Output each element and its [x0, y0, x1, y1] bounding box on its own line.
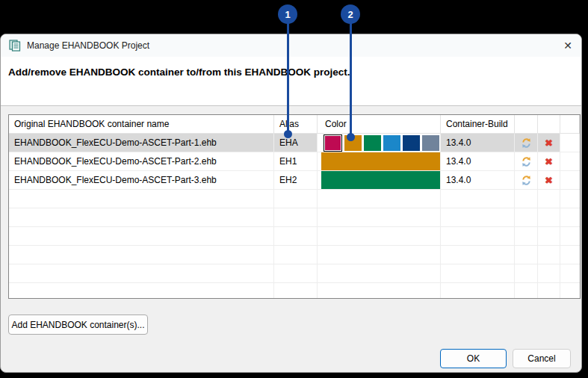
empty-row	[9, 190, 580, 208]
color-palette	[318, 134, 440, 152]
empty-row	[9, 283, 580, 299]
dialog-title: Manage EHANDBOOK Project	[27, 40, 149, 51]
header-filler	[560, 115, 580, 133]
empty-row	[9, 264, 580, 283]
container-build-cell: 13.4.0	[441, 134, 515, 152]
header-color[interactable]: Color	[318, 115, 441, 133]
callout-1-line	[287, 22, 289, 133]
sync-cell[interactable]	[515, 134, 538, 152]
color-picker-cell[interactable]	[318, 134, 441, 152]
row-filler	[560, 134, 580, 152]
container-color-bar[interactable]	[321, 171, 440, 189]
empty-row	[9, 246, 580, 264]
dialog-titlebar[interactable]: Manage EHANDBOOK Project ✕	[1, 34, 581, 57]
container-name-cell[interactable]: EHANDBOOK_FlexECU-Demo-ASCET-Part-1.ehb	[9, 134, 274, 152]
header-container-name[interactable]: Original EHANDBOOK container name	[9, 115, 274, 133]
row-filler	[560, 152, 580, 170]
container-name-cell[interactable]: EHANDBOOK_FlexECU-Demo-ASCET-Part-2.ehb	[9, 152, 274, 170]
container-build-cell: 13.4.0	[441, 171, 515, 189]
color-swatch[interactable]	[364, 135, 381, 151]
manage-ehandbook-project-dialog: Manage EHANDBOOK Project ✕ Add/remove EH…	[0, 34, 582, 373]
sync-cell[interactable]	[515, 171, 538, 189]
container-table: Original EHANDBOOK container name Alias …	[8, 114, 581, 299]
alias-cell[interactable]: EH1	[274, 152, 318, 170]
delete-cell[interactable]: ✖	[538, 134, 560, 152]
empty-row	[9, 208, 580, 227]
add-container-button[interactable]: Add EHANDBOOK container(s)...	[8, 315, 148, 335]
delete-container-icon[interactable]: ✖	[545, 175, 553, 186]
header-sync-spacer	[515, 115, 538, 133]
row-filler	[560, 171, 580, 189]
container-name-cell[interactable]: EHANDBOOK_FlexECU-Demo-ASCET-Part-3.ehb	[9, 171, 274, 189]
table-header-row: Original EHANDBOOK container name Alias …	[9, 115, 580, 134]
container-build-cell: 13.4.0	[441, 152, 515, 170]
color-swatch	[325, 136, 341, 150]
callout-2-line	[350, 22, 352, 136]
instruction-text: Add/remove EHANDBOOK container to/from t…	[8, 66, 574, 78]
replace-container-icon[interactable]	[521, 156, 532, 167]
table-row-part-3[interactable]: EHANDBOOK_FlexECU-Demo-ASCET-Part-3.ehb …	[9, 171, 580, 190]
table-row-part-1[interactable]: EHANDBOOK_FlexECU-Demo-ASCET-Part-1.ehb …	[9, 134, 580, 152]
ehandbook-app-icon	[9, 40, 21, 52]
cancel-button[interactable]: Cancel	[513, 349, 571, 368]
screenshot-stage: Manage EHANDBOOK Project ✕ Add/remove EH…	[0, 0, 588, 378]
replace-container-icon[interactable]	[521, 175, 532, 186]
alias-cell[interactable]: EH2	[274, 171, 318, 189]
container-color-bar[interactable]	[321, 152, 440, 170]
sync-cell[interactable]	[515, 152, 538, 170]
callout-1-dot	[284, 130, 292, 138]
callout-1-badge: 1	[278, 4, 297, 24]
replace-container-icon[interactable]	[521, 137, 532, 149]
header-container-build[interactable]: Container-Build	[441, 115, 515, 133]
table-row-part-2[interactable]: EHANDBOOK_FlexECU-Demo-ASCET-Part-2.ehb …	[9, 152, 580, 171]
ok-button[interactable]: OK	[440, 349, 507, 368]
alias-cell[interactable]: EHA	[274, 134, 318, 152]
close-icon[interactable]: ✕	[557, 35, 579, 56]
color-swatch[interactable]	[383, 135, 400, 151]
delete-cell[interactable]: ✖	[538, 171, 560, 189]
color-swatch-selected[interactable]	[324, 134, 342, 152]
header-alias[interactable]: Alias	[274, 115, 318, 133]
instruction-area: Add/remove EHANDBOOK container to/from t…	[1, 57, 581, 106]
delete-cell[interactable]: ✖	[538, 152, 560, 170]
callout-2-dot	[347, 133, 355, 141]
color-cell[interactable]	[318, 171, 441, 189]
color-cell[interactable]	[318, 152, 441, 170]
color-swatch[interactable]	[422, 135, 439, 151]
header-delete-spacer	[538, 115, 560, 133]
empty-row	[9, 227, 580, 246]
color-swatch[interactable]	[403, 135, 420, 151]
delete-container-icon[interactable]: ✖	[545, 156, 553, 167]
callout-2-badge: 2	[341, 4, 360, 24]
delete-container-icon[interactable]: ✖	[545, 137, 553, 149]
